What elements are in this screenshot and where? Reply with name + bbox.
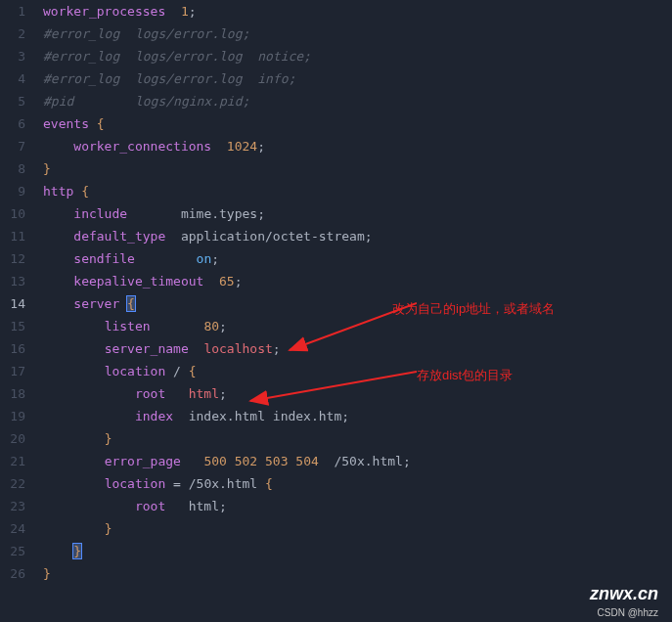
code-line[interactable]: location = /50x.html {	[43, 472, 672, 495]
code-line[interactable]: }	[43, 157, 672, 180]
line-number: 5	[0, 90, 25, 112]
code-line[interactable]: root html;	[43, 382, 672, 405]
code-line[interactable]: http {	[43, 180, 672, 202]
code-line[interactable]: #error_log logs/error.log info;	[43, 67, 672, 90]
line-number: 2	[0, 22, 25, 45]
line-number: 12	[0, 247, 25, 270]
code-editor[interactable]: 1234567891011121314151617181920212223242…	[0, 0, 672, 585]
code-line[interactable]: root html;	[43, 495, 672, 517]
line-number: 18	[0, 382, 25, 405]
line-number: 3	[0, 45, 25, 67]
watermark-sub: CSDN @hhzz	[598, 607, 658, 618]
code-line[interactable]: listen 80;	[43, 315, 672, 337]
code-line[interactable]: }	[43, 517, 672, 540]
code-line[interactable]: worker_processes 1;	[43, 0, 672, 22]
watermark-main: znwx.cn	[590, 584, 658, 604]
line-number: 6	[0, 112, 25, 135]
code-line[interactable]: include mime.types;	[43, 202, 672, 225]
line-number: 16	[0, 337, 25, 360]
line-number: 22	[0, 472, 25, 495]
code-line[interactable]: }	[43, 427, 672, 450]
code-line[interactable]: #error_log logs/error.log notice;	[43, 45, 672, 67]
line-number: 19	[0, 405, 25, 427]
code-line[interactable]: events {	[43, 112, 672, 135]
line-number: 23	[0, 495, 25, 517]
line-number: 14	[0, 292, 25, 315]
line-number: 10	[0, 202, 25, 225]
line-number: 1	[0, 0, 25, 22]
code-line[interactable]: #pid logs/nginx.pid;	[43, 90, 672, 112]
code-line[interactable]: location / {	[43, 360, 672, 382]
line-number-gutter: 1234567891011121314151617181920212223242…	[0, 0, 35, 585]
code-line[interactable]: error_page 500 502 503 504 /50x.html;	[43, 450, 672, 472]
line-number: 13	[0, 270, 25, 292]
line-number: 26	[0, 562, 25, 585]
line-number: 24	[0, 517, 25, 540]
code-line[interactable]: server_name localhost;	[43, 337, 672, 360]
code-line[interactable]: #error_log logs/error.log;	[43, 22, 672, 45]
line-number: 11	[0, 225, 25, 247]
line-number: 9	[0, 180, 25, 202]
line-number: 21	[0, 450, 25, 472]
line-number: 20	[0, 427, 25, 450]
code-line[interactable]: sendfile on;	[43, 247, 672, 270]
code-line[interactable]: server {	[43, 292, 672, 315]
code-area[interactable]: 改为自己的ip地址，或者域名 存放dist包的目录 worker_process…	[35, 0, 672, 585]
line-number: 17	[0, 360, 25, 382]
code-line[interactable]: index index.html index.htm;	[43, 405, 672, 427]
code-line[interactable]: }	[43, 540, 672, 562]
line-number: 8	[0, 157, 25, 180]
line-number: 25	[0, 540, 25, 562]
code-line[interactable]: keepalive_timeout 65;	[43, 270, 672, 292]
line-number: 7	[0, 135, 25, 157]
line-number: 4	[0, 67, 25, 90]
code-line[interactable]: worker_connections 1024;	[43, 135, 672, 157]
code-line[interactable]: default_type application/octet-stream;	[43, 225, 672, 247]
line-number: 15	[0, 315, 25, 337]
code-line[interactable]: }	[43, 562, 672, 585]
